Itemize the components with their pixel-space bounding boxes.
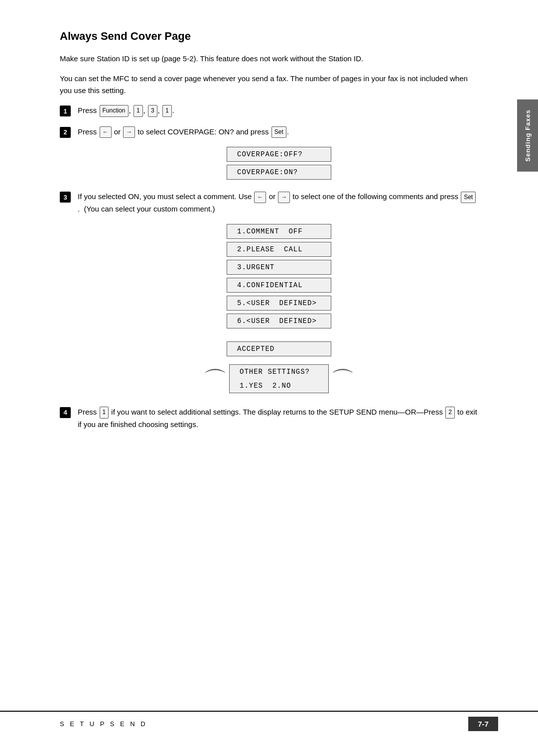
step-2: 2 Press ← or → to select COVERPAGE: ON? … bbox=[60, 126, 478, 138]
paragraph-2: You can set the MFC to send a cover page… bbox=[60, 73, 468, 97]
lcd-other-settings-line1: OTHER SETTINGS? bbox=[229, 364, 329, 379]
key-set2: Set bbox=[461, 192, 476, 203]
footer-page: 7-7 bbox=[468, 717, 498, 731]
arrow-left-key: ← bbox=[100, 126, 112, 138]
step-1: 1 Press Function, 1, 3, 1. bbox=[60, 105, 478, 117]
lcd-other-settings-line2: 1.YES 2.NO bbox=[229, 379, 329, 393]
step-2-badge: 2 bbox=[60, 127, 71, 138]
key-set: Set bbox=[271, 126, 286, 138]
step-2-content: Press ← or → to select COVERPAGE: ON? an… bbox=[78, 126, 478, 138]
other-settings-group: ⌒ OTHER SETTINGS? 1.YES 2.NO ⌒ bbox=[60, 364, 498, 396]
step-1-badge: 1 bbox=[60, 106, 71, 116]
lcd-comment-3: 3.URGENT bbox=[227, 260, 331, 275]
page-container: Sending Faxes Always Send Cover Page Mak… bbox=[0, 0, 538, 756]
step-4: 4 Press 1 if you want to select addition… bbox=[60, 406, 478, 431]
key-1: 1 bbox=[134, 105, 143, 116]
comment-list-group: 1.COMMENT OFF 2.PLEASE CALL 3.URGENT 4.C… bbox=[60, 224, 498, 331]
lcd-comment-4: 4.CONFIDENTIAL bbox=[227, 278, 331, 293]
side-tab: Sending Faxes bbox=[517, 100, 538, 172]
coverpage-lcd-group: COVERPAGE:OFF? COVERPAGE:ON? bbox=[60, 147, 498, 183]
step-3-badge: 3 bbox=[60, 192, 71, 203]
bracket-left-icon: ⌒ bbox=[203, 368, 227, 392]
lcd-coverpage-on: COVERPAGE:ON? bbox=[227, 165, 331, 180]
lcd-comment-6: 6.<USER DEFINED> bbox=[227, 314, 331, 328]
lcd-comment-1: 1.COMMENT OFF bbox=[227, 224, 331, 239]
key-1-step4: 1 bbox=[100, 407, 109, 418]
section-title: Always Send Cover Page bbox=[60, 30, 498, 43]
step-4-num: 4 bbox=[60, 407, 78, 418]
steps-container: 1 Press Function, 1, 3, 1. 2 Press ← or … bbox=[60, 105, 498, 431]
step-3-content: If you selected ON, you must select a co… bbox=[78, 191, 478, 215]
step-3-num: 3 bbox=[60, 192, 78, 203]
paragraph-1: Make sure Station ID is set up (page 5-2… bbox=[60, 53, 468, 65]
step-1-content: Press Function, 1, 3, 1. bbox=[78, 105, 478, 117]
arrow-left-key2: ← bbox=[254, 192, 266, 203]
arrow-right-key: → bbox=[123, 126, 135, 138]
key-1b: 1 bbox=[162, 105, 172, 116]
step-2-num: 2 bbox=[60, 127, 78, 138]
footer-title: S E T U P S E N D bbox=[60, 720, 147, 728]
step-4-badge: 4 bbox=[60, 407, 71, 418]
lcd-comment-5: 5.<USER DEFINED> bbox=[227, 296, 331, 311]
step-4-content: Press 1 if you want to select additional… bbox=[78, 406, 478, 431]
accepted-group: ACCEPTED bbox=[60, 341, 498, 359]
key-function: Function bbox=[100, 105, 129, 116]
bracket-right-icon: ⌒ bbox=[331, 368, 355, 392]
lcd-coverpage-off: COVERPAGE:OFF? bbox=[227, 147, 331, 162]
lcd-comment-2: 2.PLEASE CALL bbox=[227, 242, 331, 257]
lcd-accepted: ACCEPTED bbox=[227, 341, 331, 356]
key-2-step4: 2 bbox=[445, 407, 455, 418]
step-1-num: 1 bbox=[60, 106, 78, 116]
footer: S E T U P S E N D 7-7 bbox=[0, 711, 538, 736]
arrow-right-key2: → bbox=[278, 192, 290, 203]
step-3: 3 If you selected ON, you must select a … bbox=[60, 191, 478, 215]
key-3: 3 bbox=[148, 105, 157, 116]
